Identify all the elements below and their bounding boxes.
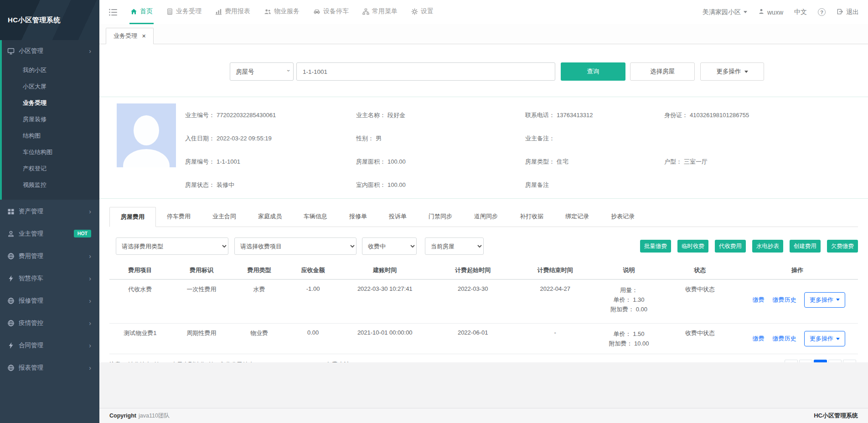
sidebar-item-fee-mgmt[interactable]: 费用管理 › (0, 245, 99, 267)
pay-history-link[interactable]: 缴费历史 (772, 296, 796, 303)
community-selector[interactable]: 美满家园小区 (703, 8, 747, 16)
grid-icon (7, 208, 15, 215)
sidebar-item-owner-mgmt[interactable]: 业主管理 HOT (0, 223, 99, 244)
nav-label: 业务受理 (176, 7, 202, 15)
cell-fee-item: 代收水费 (109, 279, 171, 324)
sidebar-item-business-accept[interactable]: 业务受理 (2, 95, 99, 111)
sidebar-item-community-mgmt[interactable]: 小区管理 › (2, 40, 99, 62)
page-prev-button[interactable]: ‹ (799, 360, 812, 362)
house-scope-select[interactable]: 当前房屋 (425, 237, 484, 255)
pay-link[interactable]: 缴费 (753, 296, 765, 303)
chevron-right-icon: › (89, 275, 91, 282)
fee-tab-repair-order[interactable]: 报修单 (338, 207, 378, 227)
fee-tab-complaint-order[interactable]: 投诉单 (378, 207, 418, 227)
tab-strip: 业务受理 ✕ (99, 24, 868, 44)
page-number-button[interactable]: 1 (814, 360, 827, 362)
cell-fee-item: 测试物业费1 (109, 324, 171, 354)
meter-reading-button[interactable]: 水电抄表 (752, 240, 783, 253)
language-switcher[interactable]: 中文 (794, 8, 807, 16)
temp-charge-button[interactable]: 临时收费 (677, 240, 708, 253)
sidebar-item-smart-parking[interactable]: 智慧停车 › (0, 268, 99, 289)
fee-status-select[interactable]: 收费中 (362, 237, 417, 255)
owner-field: 房屋类型：住宅 (525, 155, 664, 166)
user-menu[interactable]: wuxw (758, 8, 783, 16)
chevron-right-icon: › (89, 342, 91, 349)
select-house-button[interactable]: 选择房屋 (630, 62, 695, 81)
row-more-actions-button[interactable]: 更多操作 (804, 292, 845, 308)
nav-home[interactable]: 首页 (129, 0, 154, 24)
caret-down-icon (744, 71, 748, 73)
logout-button[interactable]: 退出 (837, 8, 859, 16)
footer: Copyrightjava110团队 HC小区管理系统 (99, 408, 868, 423)
cell-created: 2021-10-01 00:00:00 (340, 324, 430, 354)
nav-device-parking[interactable]: 设备停车 (312, 0, 350, 24)
sidebar-item-video-monitor[interactable]: 视频监控 (2, 177, 99, 193)
content-area: 房屋号 › 查询 选择房屋 更多操作 (99, 44, 868, 408)
sidebar-item-structure-map[interactable]: 结构图 (2, 128, 99, 144)
table-row: 代收水费 一次性费用 水费 -1.00 2022-03-30 10:27:41 … (109, 279, 858, 324)
nav-common-menu[interactable]: 常用菜单 (362, 0, 398, 24)
nav-label: 首页 (140, 7, 153, 15)
user-icon (7, 230, 15, 237)
sidebar-item-my-community[interactable]: 我的小区 (2, 62, 99, 78)
fee-tab-binding-records[interactable]: 绑定记录 (554, 207, 600, 227)
navbar-right: 美满家园小区 wuxw 中文 ? 退出 (703, 0, 859, 24)
sidebar-item-house-decoration[interactable]: 房屋装修 (2, 111, 99, 128)
page-next-button[interactable]: › (828, 360, 842, 362)
create-fee-button[interactable]: 创建费用 (790, 240, 821, 253)
nav-business-accept[interactable]: 业务受理 (165, 0, 202, 24)
owner-field: 性别：男 (356, 132, 525, 143)
cell-end: 2022-04-27 (516, 279, 594, 324)
sidebar: HC小区管理系统 小区管理 › 我的小区 小区大屏 业务受理 房屋装修 结构图 … (0, 0, 99, 423)
bar-chart-icon (215, 8, 222, 15)
sidebar-item-report-mgmt[interactable]: 报表管理 › (0, 357, 99, 378)
col-fee-type: 费用类型 (232, 263, 286, 279)
nav-settings[interactable]: 设置 (410, 0, 434, 24)
fee-tab-owner-contract[interactable]: 业主合同 (202, 207, 247, 227)
fee-type-select[interactable]: 请选择费用类型 (116, 237, 228, 255)
arrears-pay-button[interactable]: 欠费缴费 (827, 240, 858, 253)
sidebar-item-epidemic-control[interactable]: 疫情管控 › (0, 312, 99, 334)
pay-history-link[interactable]: 缴费历史 (772, 335, 796, 342)
sidebar-item-contract-mgmt[interactable]: 合同管理 › (0, 335, 99, 356)
menu-toggle-icon[interactable] (108, 0, 118, 24)
nav-property-service[interactable]: 物业服务 (263, 0, 300, 24)
help-icon[interactable]: ? (818, 8, 826, 16)
fee-tab-parking-fee[interactable]: 停车费用 (156, 207, 202, 227)
sidebar-item-property-registration[interactable]: 产权登记 (2, 160, 99, 177)
fee-tab-reprint-receipt[interactable]: 补打收据 (509, 207, 554, 227)
sidebar-item-community-screen[interactable]: 小区大屏 (2, 78, 99, 95)
more-actions-button[interactable]: 更多操作 (700, 62, 764, 81)
col-fee-item: 费用项目 (109, 263, 171, 279)
owner-field (664, 179, 858, 188)
nav-fee-report[interactable]: 费用报表 (214, 0, 251, 24)
tab-business-accept[interactable]: 业务受理 ✕ (106, 28, 154, 44)
fee-tab-gate-sync[interactable]: 道闸同步 (463, 207, 509, 227)
sidebar-group-fee-mgmt: 费用管理 › (0, 245, 99, 267)
fee-tab-vehicle-info[interactable]: 车辆信息 (293, 207, 338, 227)
page-first-button[interactable]: « (785, 360, 798, 362)
sidebar-item-asset-mgmt[interactable]: 资产管理 › (0, 201, 99, 222)
owner-field: 入住日期：2022-03-22 09:55:19 (185, 132, 356, 143)
fee-item-select[interactable]: 请选择收费项目 (234, 237, 356, 255)
fee-tab-access-sync[interactable]: 门禁同步 (418, 207, 463, 227)
house-number-input[interactable] (296, 62, 555, 81)
page-last-button[interactable]: » (843, 360, 856, 362)
fee-tab-family-members[interactable]: 家庭成员 (247, 207, 293, 227)
owner-field: 房屋面积：100.00 (356, 155, 525, 166)
fee-table-header-row: 费用项目 费用标识 费用类型 应收金额 建账时间 计费起始时间 计费结束时间 说… (109, 263, 858, 279)
batch-pay-button[interactable]: 批量缴费 (640, 240, 671, 253)
sidebar-group-community-mgmt: 小区管理 › 我的小区 小区大屏 业务受理 房屋装修 结构图 车位结构图 产权登… (0, 40, 99, 200)
query-button[interactable]: 查询 (561, 62, 625, 81)
sidebar-item-parking-structure-map[interactable]: 车位结构图 (2, 144, 99, 160)
fee-tab-meter-records[interactable]: 抄表记录 (600, 207, 646, 227)
search-field-select[interactable]: 房屋号 (230, 62, 294, 81)
sidebar-item-label: 智慧停车 (19, 274, 89, 283)
sidebar-item-repair-mgmt[interactable]: 报修管理 › (0, 290, 99, 311)
pay-link[interactable]: 缴费 (753, 335, 765, 342)
row-more-actions-button[interactable]: 更多操作 (804, 331, 845, 346)
fee-tab-house-fee[interactable]: 房屋费用 (109, 207, 156, 227)
close-icon[interactable]: ✕ (142, 33, 146, 39)
owner-field: 业主编号：772022032285430061 (185, 109, 356, 119)
collect-fee-button[interactable]: 代收费用 (715, 240, 746, 253)
